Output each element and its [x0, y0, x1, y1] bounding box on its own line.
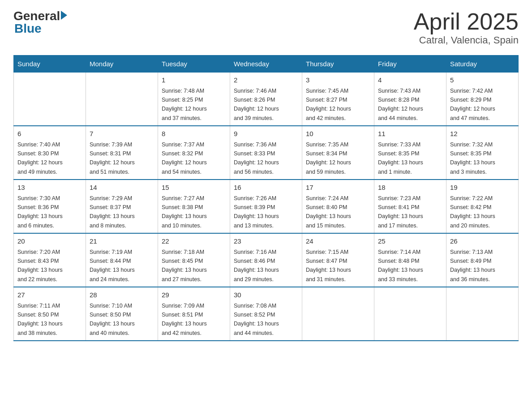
calendar-day-cell: 23Sunrise: 7:16 AMSunset: 8:46 PMDayligh…	[230, 233, 302, 287]
calendar-day-cell: 5Sunrise: 7:42 AMSunset: 8:29 PMDaylight…	[446, 73, 519, 126]
day-number: 26	[450, 236, 515, 247]
day-info: Sunrise: 7:13 AMSunset: 8:49 PMDaylight:…	[450, 249, 495, 283]
day-info: Sunrise: 7:48 AMSunset: 8:25 PMDaylight:…	[162, 88, 207, 121]
day-info: Sunrise: 7:37 AMSunset: 8:32 PMDaylight:…	[162, 141, 207, 175]
logo: General Blue	[13, 9, 67, 36]
day-info: Sunrise: 7:29 AMSunset: 8:37 PMDaylight:…	[90, 195, 135, 229]
day-info: Sunrise: 7:45 AMSunset: 8:27 PMDaylight:…	[306, 88, 351, 121]
day-number: 17	[306, 183, 370, 193]
day-info: Sunrise: 7:11 AMSunset: 8:50 PMDaylight:…	[17, 303, 63, 336]
day-number: 21	[90, 236, 154, 247]
calendar-title: April 2025	[414, 9, 519, 34]
calendar-day-cell: 15Sunrise: 7:27 AMSunset: 8:38 PMDayligh…	[158, 180, 230, 233]
calendar-day-cell: 9Sunrise: 7:36 AMSunset: 8:33 PMDaylight…	[230, 126, 302, 180]
day-number: 20	[17, 236, 82, 247]
calendar-day-cell: 21Sunrise: 7:19 AMSunset: 8:44 PMDayligh…	[86, 233, 158, 287]
day-number: 30	[234, 290, 298, 300]
calendar-day-cell: 13Sunrise: 7:30 AMSunset: 8:36 PMDayligh…	[14, 180, 86, 233]
calendar-weekday-header: Thursday	[302, 56, 374, 73]
day-number: 18	[378, 183, 442, 193]
day-info: Sunrise: 7:39 AMSunset: 8:31 PMDaylight:…	[90, 141, 135, 175]
calendar-day-cell	[86, 73, 158, 126]
day-info: Sunrise: 7:33 AMSunset: 8:35 PMDaylight:…	[378, 141, 423, 175]
calendar-week-row: 6Sunrise: 7:40 AMSunset: 8:30 PMDaylight…	[14, 126, 519, 180]
calendar-day-cell: 6Sunrise: 7:40 AMSunset: 8:30 PMDaylight…	[14, 126, 86, 180]
calendar-day-cell: 12Sunrise: 7:32 AMSunset: 8:35 PMDayligh…	[446, 126, 519, 180]
calendar-day-cell: 11Sunrise: 7:33 AMSunset: 8:35 PMDayligh…	[374, 126, 446, 180]
day-number: 13	[17, 183, 82, 193]
calendar-day-cell: 4Sunrise: 7:43 AMSunset: 8:28 PMDaylight…	[374, 73, 446, 126]
title-block: April 2025 Catral, Valencia, Spain	[414, 9, 519, 46]
calendar-header-row: SundayMondayTuesdayWednesdayThursdayFrid…	[14, 56, 519, 73]
day-number: 12	[450, 129, 515, 139]
day-info: Sunrise: 7:18 AMSunset: 8:45 PMDaylight:…	[162, 249, 207, 283]
calendar-week-row: 13Sunrise: 7:30 AMSunset: 8:36 PMDayligh…	[14, 180, 519, 233]
day-info: Sunrise: 7:19 AMSunset: 8:44 PMDaylight:…	[90, 249, 135, 283]
day-number: 23	[234, 236, 298, 247]
calendar-day-cell: 19Sunrise: 7:22 AMSunset: 8:42 PMDayligh…	[446, 180, 519, 233]
calendar-day-cell: 30Sunrise: 7:08 AMSunset: 8:52 PMDayligh…	[230, 287, 302, 341]
day-number: 2	[234, 75, 298, 86]
calendar-day-cell: 14Sunrise: 7:29 AMSunset: 8:37 PMDayligh…	[86, 180, 158, 233]
day-number: 28	[90, 290, 154, 300]
day-info: Sunrise: 7:40 AMSunset: 8:30 PMDaylight:…	[17, 141, 63, 175]
day-number: 22	[162, 236, 226, 247]
day-info: Sunrise: 7:46 AMSunset: 8:26 PMDaylight:…	[234, 88, 279, 121]
day-number: 1	[162, 75, 226, 86]
page-header: General Blue April 2025 Catral, Valencia…	[13, 9, 519, 46]
day-number: 5	[450, 75, 515, 86]
day-number: 24	[306, 236, 370, 247]
day-number: 9	[234, 129, 298, 139]
day-info: Sunrise: 7:36 AMSunset: 8:33 PMDaylight:…	[234, 141, 279, 175]
calendar-weekday-header: Tuesday	[158, 56, 230, 73]
day-number: 14	[90, 183, 154, 193]
logo-blue-text: Blue	[14, 21, 67, 36]
day-number: 4	[378, 75, 442, 86]
day-info: Sunrise: 7:20 AMSunset: 8:43 PMDaylight:…	[17, 249, 63, 283]
calendar-day-cell: 3Sunrise: 7:45 AMSunset: 8:27 PMDaylight…	[302, 73, 374, 126]
calendar-table: SundayMondayTuesdayWednesdayThursdayFrid…	[13, 55, 519, 341]
day-number: 29	[162, 290, 226, 300]
calendar-day-cell	[14, 73, 86, 126]
calendar-day-cell: 18Sunrise: 7:23 AMSunset: 8:41 PMDayligh…	[374, 180, 446, 233]
calendar-day-cell: 20Sunrise: 7:20 AMSunset: 8:43 PMDayligh…	[14, 233, 86, 287]
calendar-week-row: 1Sunrise: 7:48 AMSunset: 8:25 PMDaylight…	[14, 73, 519, 126]
calendar-day-cell	[374, 287, 446, 341]
day-number: 27	[17, 290, 82, 300]
calendar-day-cell	[302, 287, 374, 341]
day-info: Sunrise: 7:32 AMSunset: 8:35 PMDaylight:…	[450, 141, 495, 175]
calendar-day-cell: 2Sunrise: 7:46 AMSunset: 8:26 PMDaylight…	[230, 73, 302, 126]
calendar-day-cell: 27Sunrise: 7:11 AMSunset: 8:50 PMDayligh…	[14, 287, 86, 341]
calendar-day-cell: 26Sunrise: 7:13 AMSunset: 8:49 PMDayligh…	[446, 233, 519, 287]
day-info: Sunrise: 7:26 AMSunset: 8:39 PMDaylight:…	[234, 195, 279, 229]
calendar-weekday-header: Saturday	[446, 56, 519, 73]
day-number: 19	[450, 183, 515, 193]
calendar-day-cell	[446, 287, 519, 341]
day-number: 3	[306, 75, 370, 86]
calendar-weekday-header: Wednesday	[230, 56, 302, 73]
day-number: 10	[306, 129, 370, 139]
day-number: 6	[17, 129, 82, 139]
calendar-day-cell: 25Sunrise: 7:14 AMSunset: 8:48 PMDayligh…	[374, 233, 446, 287]
day-info: Sunrise: 7:09 AMSunset: 8:51 PMDaylight:…	[162, 303, 207, 336]
calendar-day-cell: 7Sunrise: 7:39 AMSunset: 8:31 PMDaylight…	[86, 126, 158, 180]
day-info: Sunrise: 7:15 AMSunset: 8:47 PMDaylight:…	[306, 249, 351, 283]
calendar-weekday-header: Monday	[86, 56, 158, 73]
calendar-day-cell: 8Sunrise: 7:37 AMSunset: 8:32 PMDaylight…	[158, 126, 230, 180]
day-info: Sunrise: 7:16 AMSunset: 8:46 PMDaylight:…	[234, 249, 279, 283]
day-number: 11	[378, 129, 442, 139]
calendar-subtitle: Catral, Valencia, Spain	[414, 34, 519, 46]
day-number: 25	[378, 236, 442, 247]
day-info: Sunrise: 7:35 AMSunset: 8:34 PMDaylight:…	[306, 141, 351, 175]
calendar-day-cell: 28Sunrise: 7:10 AMSunset: 8:50 PMDayligh…	[86, 287, 158, 341]
calendar-day-cell: 1Sunrise: 7:48 AMSunset: 8:25 PMDaylight…	[158, 73, 230, 126]
day-number: 16	[234, 183, 298, 193]
calendar-day-cell: 17Sunrise: 7:24 AMSunset: 8:40 PMDayligh…	[302, 180, 374, 233]
calendar-day-cell: 10Sunrise: 7:35 AMSunset: 8:34 PMDayligh…	[302, 126, 374, 180]
calendar-day-cell: 24Sunrise: 7:15 AMSunset: 8:47 PMDayligh…	[302, 233, 374, 287]
day-number: 15	[162, 183, 226, 193]
day-number: 8	[162, 129, 226, 139]
day-info: Sunrise: 7:10 AMSunset: 8:50 PMDaylight:…	[90, 303, 135, 336]
day-info: Sunrise: 7:08 AMSunset: 8:52 PMDaylight:…	[234, 303, 279, 336]
logo-arrow-icon	[61, 11, 67, 20]
